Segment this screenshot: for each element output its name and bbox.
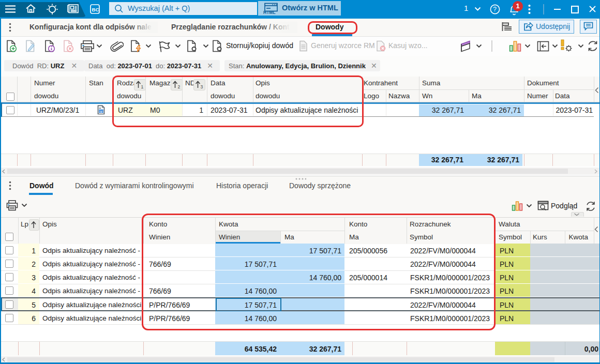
svg-text:HTML: HTML [263,10,276,14]
svg-text:?: ? [493,6,497,13]
svg-text:BC: BC [92,7,99,12]
